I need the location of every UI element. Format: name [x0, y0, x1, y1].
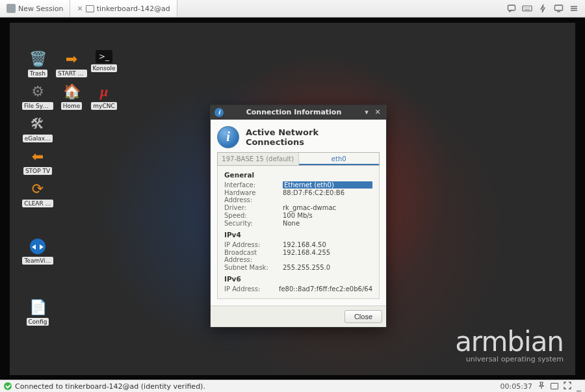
remote-desktop[interactable]: 🗑️ Trash ➡ START TV >_ Konsole ⚙ File Sy… — [10, 23, 575, 375]
refresh-icon: ⟳ — [27, 180, 49, 198]
remote-session-tab[interactable]: ✕ tinkerboard-142@ad — [70, 0, 177, 17]
status-clock: 00:05:37 — [500, 382, 532, 391]
home-icon: 🏠 — [60, 83, 83, 101]
menu-icon[interactable] — [567, 2, 581, 15]
pin-icon[interactable] — [538, 382, 545, 391]
teamviewer-icon — [27, 237, 49, 255]
desktop-icon-label: Config — [27, 318, 49, 326]
arrow-left-icon: ⬅ — [27, 148, 49, 166]
value-security[interactable]: None — [283, 220, 372, 227]
label-ipv4-mask: Subnet Mask: — [224, 264, 283, 271]
interface-details: General Interface:Ethernet (eth0) Hardwa… — [217, 166, 380, 299]
desktop-icon-home[interactable]: 🏠 Home — [55, 83, 88, 110]
label-ipv4-ip: IP Address: — [224, 241, 283, 248]
minimize-icon[interactable]: ▾ — [362, 108, 371, 117]
status-ok-icon — [4, 382, 12, 390]
desktop-icon-teamviewer[interactable]: TeamVi… — [21, 237, 54, 265]
desktop-icon-egalax[interactable]: 🛠 eGalax… — [21, 115, 54, 142]
value-ipv6-ip[interactable]: fe80::8ad7:f6ff:fec2:e0b6/64 — [279, 285, 372, 293]
close-icon[interactable]: ✕ — [373, 108, 382, 117]
keyboard-icon[interactable] — [520, 2, 534, 15]
value-ipv4-ip[interactable]: 192.168.4.50 — [283, 241, 372, 248]
desktop-icon-label: Konsole — [91, 64, 118, 72]
svg-rect-0 — [508, 5, 515, 10]
tab-eth0[interactable]: eth0 — [299, 153, 380, 165]
label-ipv6-ip: IP Address: — [224, 285, 279, 293]
connection-info-dialog: i Connection Information ▾ ✕ i Active Ne… — [210, 105, 387, 328]
desktop-icon-konsole[interactable]: >_ Konsole — [88, 50, 120, 72]
monitor-icon — [86, 5, 94, 12]
dialog-footer: Close — [211, 306, 386, 327]
svg-rect-2 — [554, 5, 562, 10]
status-text: Connected to tinkerboard-142@ad (identit… — [15, 382, 205, 391]
desktop-icon-label: eGalax… — [23, 135, 53, 142]
app-tabbar: New Session ✕ tinkerboard-142@ad — [0, 0, 585, 18]
lightning-icon[interactable] — [536, 2, 550, 15]
label-interface: Interface: — [224, 181, 283, 189]
desktop-icon-clear[interactable]: ⟳ CLEAR … — [21, 180, 54, 207]
remote-desktop-viewport: 🗑️ Trash ➡ START TV >_ Konsole ⚙ File Sy… — [0, 18, 585, 380]
fullscreen-icon[interactable] — [564, 382, 571, 391]
value-ipv4-bcast[interactable]: 192.168.4.255 — [283, 249, 372, 263]
trash-icon: 🗑️ — [27, 50, 49, 68]
desktop-icon-trash[interactable]: 🗑️ Trash — [21, 50, 54, 77]
desktop-icon-label: TeamVi… — [22, 257, 53, 265]
display-icon[interactable] — [551, 2, 566, 15]
section-ipv4: IPv4 — [224, 231, 372, 239]
label-hwaddr: Hardware Address: — [224, 189, 283, 203]
interface-tabs: 197-BASE 15 (default) eth0 — [217, 152, 380, 166]
brand-tagline: universal operating system — [455, 355, 564, 363]
status-bar: Connected to tinkerboard-142@ad (identit… — [0, 380, 585, 392]
value-interface[interactable]: Ethernet (eth0) — [283, 181, 372, 189]
tools-icon: 🛠 — [27, 115, 49, 133]
desktop-icon-label: myCNC — [91, 102, 116, 110]
new-session-tab[interactable]: New Session — [0, 0, 70, 17]
desktop-icon-label: START TV — [56, 70, 87, 77]
close-button[interactable]: Close — [344, 310, 382, 323]
remote-session-label: tinkerboard-142@ad — [97, 5, 170, 13]
info-icon: i — [214, 108, 224, 117]
desktop-icon-label: Trash — [28, 70, 47, 77]
label-ipv4-bcast: Broadcast Address: — [224, 249, 283, 263]
desktop-icon-label: STOP TV — [23, 167, 52, 175]
mu-icon: μ — [93, 83, 115, 101]
section-general: General — [224, 171, 372, 179]
desktop-icon-start-tv[interactable]: ➡ START TV — [55, 50, 88, 77]
dialog-heading: Active Network Connections — [246, 127, 380, 147]
monitor-icon — [6, 4, 16, 13]
tab-default-iface[interactable]: 197-BASE 15 (default) — [218, 153, 299, 165]
terminal-icon: >_ — [96, 50, 112, 63]
dialog-titlebar[interactable]: i Connection Information ▾ ✕ — [211, 105, 386, 120]
file-icon: 📄 — [27, 298, 49, 317]
arrow-right-icon: ➡ — [60, 50, 83, 68]
svg-rect-1 — [523, 6, 532, 11]
desktop-icon-config[interactable]: 📄 Config — [21, 298, 54, 326]
gear-icon: ⚙ — [27, 83, 49, 101]
os-brand: armbian universal operating system — [455, 326, 564, 363]
value-ipv4-mask[interactable]: 255.255.255.0 — [283, 264, 372, 271]
value-speed[interactable]: 100 Mb/s — [283, 212, 372, 219]
minimize-tray-icon[interactable]: _ — [577, 384, 581, 389]
dialog-title: Connection Information — [228, 108, 360, 116]
close-tab-icon[interactable]: ✕ — [77, 5, 83, 13]
window-icon[interactable] — [551, 383, 558, 389]
new-session-label: New Session — [18, 5, 63, 13]
value-driver[interactable]: rk_gmac-dwmac — [283, 204, 372, 211]
chat-icon[interactable] — [504, 2, 519, 15]
label-security: Security: — [224, 220, 283, 227]
section-ipv6: IPv6 — [224, 275, 372, 283]
desktop-icon-label: File Sys… — [22, 102, 53, 110]
desktop-icon-filesys[interactable]: ⚙ File Sys… — [21, 83, 54, 110]
desktop-icon-label: CLEAR … — [22, 200, 53, 207]
info-large-icon: i — [217, 126, 239, 148]
desktop-icon-label: Home — [61, 102, 83, 110]
label-driver: Driver: — [224, 204, 283, 211]
status-tray: 00:05:37 _ — [500, 382, 581, 391]
toolbar-right — [504, 0, 585, 17]
label-speed: Speed: — [224, 212, 283, 219]
brand-name: armbian — [455, 326, 564, 358]
value-hwaddr[interactable]: 88:D7:F6:C2:E0:B6 — [283, 189, 372, 203]
desktop-icon-mycnc[interactable]: μ myCNC — [88, 83, 120, 110]
desktop-icon-stop-tv[interactable]: ⬅ STOP TV — [21, 148, 54, 175]
